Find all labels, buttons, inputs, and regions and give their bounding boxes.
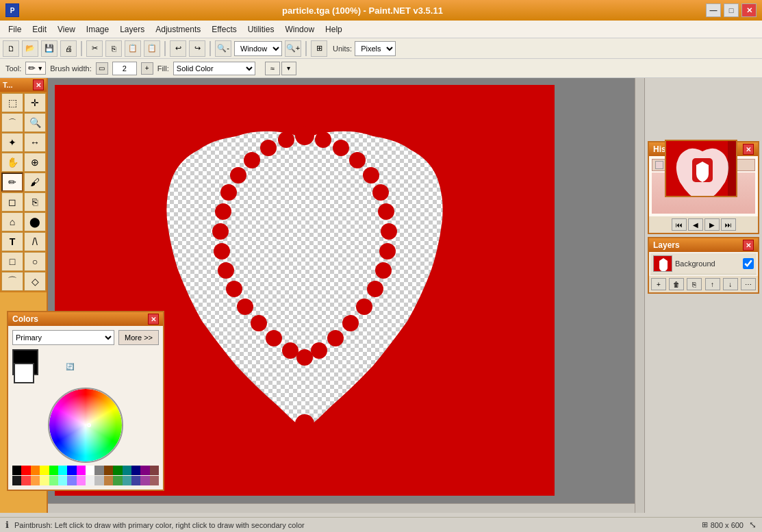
swatch-magenta[interactable] [77, 466, 86, 475]
layer-add-button[interactable]: + [651, 278, 666, 290]
menu-window[interactable]: Window [279, 23, 320, 36]
brush-width-decrease[interactable]: ▭ [96, 62, 108, 75]
swatch-cyan[interactable] [58, 466, 67, 475]
vertical-scrollbar[interactable] [635, 78, 644, 513]
tool-lasso[interactable]: ⌒ [1, 113, 23, 132]
swatch-white[interactable] [86, 466, 94, 475]
layer-up-button[interactable]: ↑ [705, 278, 720, 290]
tool-paintbrush[interactable]: 🖌 [24, 173, 46, 192]
undo-button[interactable]: ↩ [170, 40, 186, 57]
swatch-r12[interactable] [113, 476, 122, 485]
zoom-out-button[interactable]: 🔍- [215, 40, 231, 57]
tool-clone[interactable]: ⎘ [24, 192, 46, 212]
swatch-gray[interactable] [94, 466, 103, 475]
swatch-red[interactable] [21, 466, 30, 475]
tool-magic-wand[interactable]: ✦ [1, 133, 23, 152]
layer-properties-button[interactable]: ⋯ [741, 278, 756, 290]
history-prev-button[interactable]: ◀ [688, 218, 703, 231]
swatch-yellow[interactable] [40, 466, 49, 475]
tool-extra[interactable]: ◇ [24, 272, 46, 291]
history-close-button[interactable]: ✕ [743, 144, 754, 155]
menu-adjustments[interactable]: Adjustments [150, 23, 206, 36]
swatch-r15[interactable] [140, 476, 149, 485]
tool-eraser[interactable]: ◻ [1, 192, 23, 212]
swatch-r1[interactable] [12, 476, 21, 485]
swatch-green[interactable] [49, 466, 58, 475]
minimize-button[interactable]: — [706, 3, 721, 17]
tool-zoom[interactable]: 🔍 [24, 113, 46, 132]
tool-hand[interactable]: ✋ [1, 153, 23, 172]
swatch-blue[interactable] [67, 466, 76, 475]
colors-close-button[interactable]: ✕ [148, 314, 159, 325]
open-button[interactable]: 📂 [22, 40, 38, 57]
menu-layers[interactable]: Layers [114, 23, 150, 36]
secondary-color-swatch[interactable] [14, 363, 34, 383]
window-select[interactable]: Window [234, 41, 282, 56]
tool-recolor[interactable]: ⌂ [1, 212, 23, 231]
units-select[interactable]: Pixels [355, 41, 396, 56]
layer-item-background[interactable]: Background [650, 253, 757, 275]
swatch-r5[interactable] [49, 476, 58, 485]
swatch-r14[interactable] [131, 476, 140, 485]
brush-width-increase[interactable]: + [141, 62, 153, 75]
menu-view[interactable]: View [52, 23, 81, 36]
cut-button[interactable]: ✂ [86, 40, 103, 57]
tool-zoom-in[interactable]: ⊕ [24, 153, 46, 172]
tool-pencil[interactable]: ✏ [1, 173, 23, 192]
menu-effects[interactable]: Effects [206, 23, 242, 36]
swatch-r4[interactable] [40, 476, 49, 485]
tool-move[interactable]: ✛ [24, 93, 46, 112]
menu-help[interactable]: Help [320, 23, 348, 36]
tool-line[interactable]: /\ [24, 232, 46, 251]
layer-down-button[interactable]: ↓ [723, 278, 738, 290]
color-wheel[interactable] [48, 388, 123, 463]
swatch-r7[interactable] [67, 476, 76, 485]
swatch-r6[interactable] [58, 476, 67, 485]
history-first-button[interactable]: ⏮ [672, 218, 687, 231]
zoom-in-button[interactable]: 🔍+ [285, 40, 301, 57]
horizontal-scrollbar[interactable] [48, 503, 635, 513]
tool-rectangle-select[interactable]: ⬚ [1, 93, 23, 112]
tool-bucket[interactable]: ⬤ [24, 212, 46, 231]
layer-delete-button[interactable]: 🗑 [669, 278, 684, 290]
save-button[interactable]: 💾 [41, 40, 58, 57]
color-mode-select[interactable]: Primary Secondary [12, 330, 114, 345]
menu-edit[interactable]: Edit [27, 23, 52, 36]
tool-ellipse[interactable]: ○ [24, 252, 46, 271]
tool-freeform[interactable]: ⌒ [1, 272, 23, 291]
tool-text[interactable]: T [1, 232, 23, 251]
swatch-teal[interactable] [123, 466, 131, 475]
copy-button[interactable]: ⎘ [105, 40, 122, 57]
paste2-button[interactable]: 📋 [144, 40, 160, 57]
history-next-button[interactable]: ▶ [704, 218, 720, 231]
antialiasing-btn[interactable]: ≈ [265, 62, 280, 75]
swatch-darkgreen[interactable] [113, 466, 122, 475]
print-button[interactable]: 🖨 [60, 40, 77, 57]
blend-btn[interactable]: ▾ [281, 62, 296, 75]
layers-close-button[interactable]: ✕ [743, 240, 754, 251]
menu-utilities[interactable]: Utilities [242, 23, 280, 36]
swatch-r8[interactable] [77, 476, 86, 485]
maximize-button[interactable]: □ [724, 3, 739, 17]
swatch-black[interactable] [12, 466, 21, 475]
tool-shapes[interactable]: □ [1, 252, 23, 271]
toolbox-close-button[interactable]: ✕ [33, 79, 44, 90]
swatch-maroon[interactable] [150, 466, 159, 475]
new-button[interactable]: 🗋 [3, 40, 19, 57]
swatch-orange[interactable] [31, 466, 40, 475]
swatch-r13[interactable] [123, 476, 131, 485]
redo-button[interactable]: ↪ [189, 40, 205, 57]
fill-select[interactable]: Solid Color [173, 62, 255, 75]
brush-width-input[interactable] [112, 62, 137, 75]
more-colors-button[interactable]: More >> [118, 330, 159, 345]
layer-duplicate-button[interactable]: ⎘ [687, 278, 702, 290]
swatch-r11[interactable] [104, 476, 113, 485]
tool-move2[interactable]: ↔ [24, 133, 46, 152]
layer-visibility-checkbox[interactable] [743, 258, 754, 269]
swatch-r10[interactable] [94, 476, 103, 485]
swatch-r9[interactable] [86, 476, 94, 485]
swatch-purple[interactable] [140, 466, 149, 475]
history-last-button[interactable]: ⏭ [721, 218, 736, 231]
swatch-r3[interactable] [31, 476, 40, 485]
swatch-r16[interactable] [150, 476, 159, 485]
